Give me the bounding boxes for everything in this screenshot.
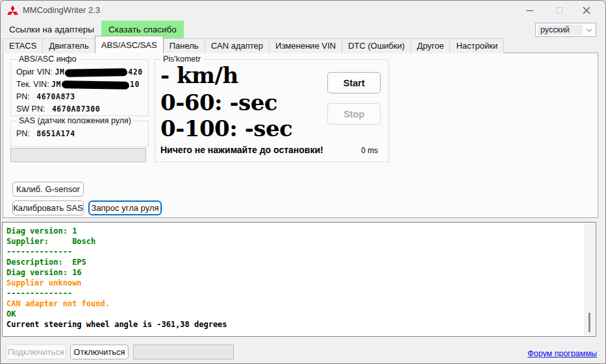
window-title: MMCodingWriter 2.3: [23, 5, 100, 15]
elapsed-ms-value: 0 ms: [361, 146, 378, 155]
abs-asc-sas-tab-page: ABS/ASC инфо Ориг VIN: JM420 Тек. VIN: J…: [3, 53, 598, 218]
log-scrollbar[interactable]: [584, 223, 595, 335]
log-line: --------------: [6, 288, 581, 298]
tab-другое[interactable]: Другое: [410, 38, 450, 53]
side-progress-bar: [10, 148, 146, 162]
tab-etacs[interactable]: ETACS: [3, 38, 43, 53]
speed-readout: - km/h: [155, 62, 238, 88]
pn-row: PN: 4670A873: [16, 91, 148, 103]
orig-vin-label: Ориг VIN:: [16, 67, 53, 77]
log-line: Description: EPS: [6, 257, 581, 267]
menu-bar: Ссылки на адаптеры Сказать спасибо русск…: [2, 21, 604, 38]
log-line: Supplier unknown: [6, 278, 581, 288]
title-bar: MMCodingWriter 2.3: [1, 1, 605, 20]
sas-group-title: SAS (датчик положения руля): [16, 116, 134, 125]
log-line: OK: [6, 309, 581, 319]
current-vin-row: Тек. VIN: JM10: [16, 79, 148, 91]
scrollbar-thumb[interactable]: [588, 313, 590, 332]
current-vin-label: Тек. VIN:: [16, 80, 49, 89]
maximize-icon: [556, 7, 562, 14]
minimize-icon: [526, 10, 533, 11]
app-window: MMCodingWriter 2.3 Ссылки на адаптеры Ск…: [0, 0, 606, 364]
tab-двигатель[interactable]: Двигатель: [42, 38, 95, 53]
orig-vin-row: Ориг VIN: JM420: [16, 66, 148, 79]
minimize-button[interactable]: [514, 1, 544, 20]
tab-dtc-ошибки-[interactable]: DTC (Ошибки): [342, 38, 411, 53]
log-box[interactable]: Diag version: 1Supplier: Bosch----------…: [2, 222, 596, 337]
log-line: Diag version: 1: [6, 226, 581, 236]
sas-pn-value: 8651A174: [36, 129, 75, 138]
close-button[interactable]: [572, 1, 601, 20]
orig-vin-suffix: 420: [128, 67, 142, 77]
chevron-down-icon: [583, 29, 596, 31]
sw-pn-value: 4670A87300: [52, 104, 100, 114]
language-selected-value: русский: [538, 25, 583, 35]
sas-pn-label: PN:: [16, 129, 30, 138]
tab-bar: ETACSДвигательABS/ASC/SASПанельCAN адапт…: [3, 38, 503, 53]
orig-vin-prefix: JM: [55, 67, 64, 77]
stop-button: Stop: [327, 103, 381, 125]
connect-button: Подключиться: [6, 345, 66, 359]
menu-item-adapter-links[interactable]: Ссылки на адаптеры: [2, 21, 101, 38]
vin-redaction-mark: [62, 80, 129, 90]
calibrate-g-sensor-button[interactable]: Калиб. G-sensor: [12, 182, 84, 197]
log-line: CAN adapter not found.: [6, 298, 581, 309]
tab-can-адаптер[interactable]: CAN адаптер: [205, 38, 270, 53]
sw-pn-row: SW PN: 4670A87300: [16, 103, 148, 115]
current-vin-suffix: 10: [130, 80, 140, 89]
log-line: --------------: [6, 247, 581, 257]
accel-0-60-readout: 0-60: -sec: [155, 90, 277, 115]
language-select[interactable]: русский: [535, 23, 596, 37]
log-line: Supplier: Bosch: [6, 236, 581, 247]
log-output: Diag version: 1Supplier: Bosch----------…: [6, 226, 581, 335]
forum-link[interactable]: Форум программы: [527, 349, 597, 358]
abs-asc-info-group-title: ABS/ASC инфо: [16, 55, 79, 64]
pn-value: 4670A873: [36, 92, 75, 101]
current-vin-prefix: JM: [51, 80, 61, 89]
mitsubishi-logo-icon: [7, 5, 18, 15]
tab-настройки[interactable]: Настройки: [449, 38, 504, 53]
tab-изменение-vin[interactable]: Изменение VIN: [269, 38, 342, 53]
log-line: Current steering wheel angle is -361,38 …: [6, 319, 581, 330]
close-icon: [583, 6, 590, 14]
log-line: Diag version: 16: [6, 267, 581, 278]
do-not-press-warning: Ничего не нажимайте до остановки!: [160, 145, 323, 155]
sas-group: SAS (датчик положения руля) PN: 8651A174: [10, 121, 149, 147]
start-button[interactable]: Start: [327, 72, 381, 93]
calibrate-sas-button[interactable]: Калибровать SAS: [12, 200, 84, 215]
maximize-button: [544, 1, 574, 20]
accel-0-100-readout: 0-100: -sec: [155, 115, 292, 141]
vin-redaction-mark: [65, 68, 127, 77]
abs-asc-info-group: ABS/ASC инфо Ориг VIN: JM420 Тек. VIN: J…: [10, 59, 149, 116]
pn-label: PN:: [16, 92, 30, 101]
sw-pn-label: SW PN:: [16, 104, 45, 114]
tab-панель[interactable]: Панель: [163, 38, 205, 53]
request-steering-angle-button[interactable]: Запрос угла руля: [88, 200, 162, 215]
footer-progress-bar: [133, 345, 234, 359]
tab-abs-asc-sas[interactable]: ABS/ASC/SAS: [95, 36, 164, 53]
piskometr-group: Pis'kometr - km/h 0-60: -sec 0-100: -sec…: [155, 59, 389, 162]
disconnect-button[interactable]: Отключиться: [70, 345, 129, 359]
